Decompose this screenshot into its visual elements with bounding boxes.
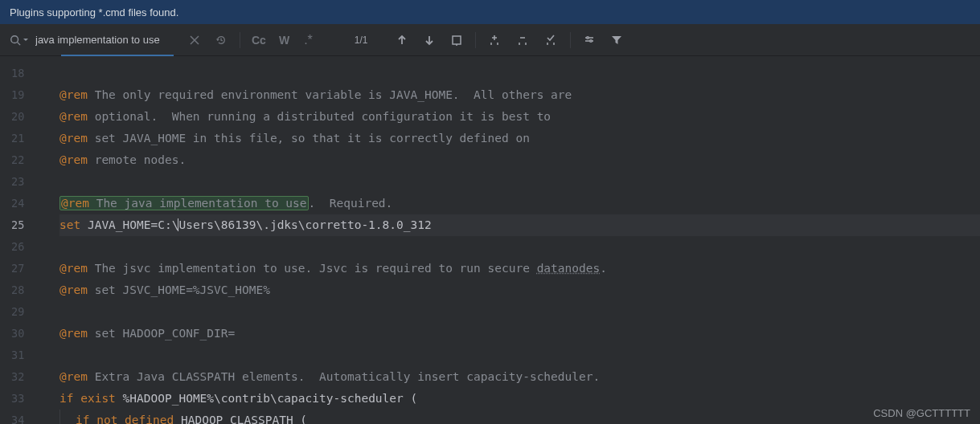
svg-line-1	[18, 42, 21, 45]
line-number: 18	[11, 63, 24, 84]
code-line: @rem set JAVA_HOME in this file, so that…	[59, 128, 980, 149]
line-number: 32	[11, 366, 24, 388]
code-area[interactable]: @rem The only required environment varia…	[35, 56, 980, 424]
svg-rect-6	[453, 36, 461, 44]
line-number: 24	[11, 193, 24, 214]
plugin-banner-text: Plugins supporting *.cmd files found.	[10, 6, 178, 18]
code-line: @rem set HADOOP_CONF_DIR=	[59, 323, 980, 344]
remove-selection-icon[interactable]	[511, 29, 535, 51]
line-number: 28	[11, 279, 24, 301]
code-line: @rem Extra Java CLASSPATH elements. Auto…	[59, 366, 980, 388]
close-search-icon[interactable]	[183, 31, 206, 50]
code-line	[59, 236, 980, 258]
line-number: 21	[11, 128, 24, 149]
code-line	[59, 301, 980, 323]
select-all-icon[interactable]	[445, 30, 469, 51]
select-all-occurrences-icon[interactable]	[539, 29, 564, 51]
line-number: 34	[11, 410, 24, 424]
regex-button[interactable]: .*	[297, 30, 319, 51]
plugin-banner: Plugins supporting *.cmd files found.	[0, 0, 980, 24]
search-match-highlight: @rem The java implementation to use	[59, 196, 309, 210]
match-count: 1/1	[322, 35, 387, 46]
separator	[475, 32, 476, 48]
prev-match-icon[interactable]	[390, 30, 414, 51]
line-number: 23	[11, 171, 24, 193]
next-match-icon[interactable]	[417, 30, 441, 51]
search-input[interactable]	[35, 31, 180, 49]
line-number: 30	[11, 323, 24, 344]
line-number: 20	[11, 106, 24, 128]
code-line	[59, 344, 980, 366]
code-line: @rem set JSVC_HOME=%JSVC_HOME%	[59, 279, 980, 301]
line-number: 29	[11, 301, 24, 323]
code-line: if not defined HADOOP_CLASSPATH (	[59, 410, 980, 424]
line-gutter: 18 19 20 21 22 23 24 25 26 27 28 29 30 3…	[0, 56, 35, 424]
code-line-current: set JAVA_HOME=C:\Users\86139\.jdks\corre…	[59, 214, 980, 236]
line-number: 26	[11, 236, 24, 258]
code-line: @rem The only required environment varia…	[59, 84, 980, 106]
line-number: 19	[11, 84, 24, 106]
line-number: 22	[11, 149, 24, 171]
line-number: 25	[11, 214, 24, 236]
code-line	[59, 63, 980, 84]
svg-point-20	[590, 39, 593, 42]
svg-point-19	[587, 36, 589, 39]
watermark: CSDN @GCTTTTTT	[873, 407, 970, 419]
line-number: 33	[11, 388, 24, 410]
add-selection-icon[interactable]	[482, 29, 507, 51]
line-number: 31	[11, 344, 24, 366]
code-line: @rem remote nodes.	[59, 149, 980, 171]
line-number: 27	[11, 258, 24, 279]
code-line: @rem The java implementation to use. Req…	[59, 193, 980, 214]
filter-options-icon[interactable]	[577, 30, 601, 51]
code-line: @rem optional. When running a distribute…	[59, 106, 980, 128]
search-toolbar: Cc W .* 1/1	[0, 24, 980, 56]
code-editor[interactable]: 18 19 20 21 22 23 24 25 26 27 28 29 30 3…	[0, 56, 980, 424]
separator	[570, 32, 571, 48]
code-line: @rem The jsvc implementation to use. Jsv…	[59, 258, 980, 279]
svg-point-0	[11, 35, 18, 43]
code-line	[59, 171, 980, 193]
code-line: if exist %HADOOP_HOME%\contrib\capacity-…	[59, 388, 980, 410]
whole-words-button[interactable]: W	[274, 31, 294, 50]
history-icon[interactable]	[209, 30, 233, 51]
search-icon[interactable]	[6, 35, 32, 46]
funnel-filter-icon[interactable]	[605, 30, 629, 51]
match-case-button[interactable]: Cc	[247, 31, 271, 50]
separator	[240, 32, 240, 48]
